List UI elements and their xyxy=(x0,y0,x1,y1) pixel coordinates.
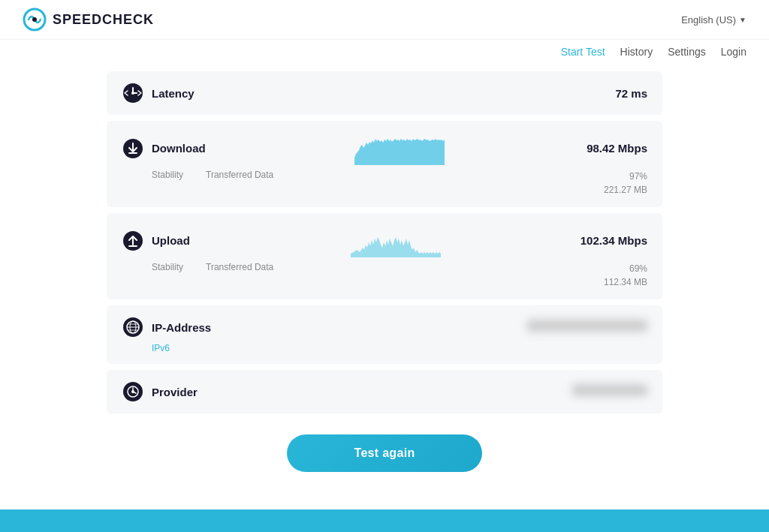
upload-icon xyxy=(122,230,144,252)
upload-chart-area xyxy=(227,224,565,257)
logo: SPEEDCHECK xyxy=(23,8,154,32)
download-chart xyxy=(354,131,445,165)
svg-point-3 xyxy=(131,92,134,95)
ip-icon xyxy=(122,316,144,338)
provider-section: Provider xyxy=(107,370,662,413)
provider-value-blurred xyxy=(572,384,647,399)
main-content: Latency 72 ms Download 98 xyxy=(92,64,677,509)
provider-label: Provider xyxy=(152,386,198,398)
test-again-button[interactable]: Test again xyxy=(287,434,483,472)
ipv6-label: IPv6 xyxy=(152,343,170,353)
upload-stability-value: 69% xyxy=(604,262,647,275)
upload-label: Upload xyxy=(152,234,190,247)
nav-login[interactable]: Login xyxy=(721,46,746,58)
download-sub-values: 97% 221.27 MB xyxy=(604,170,647,197)
lang-selector[interactable]: English (US) ▼ xyxy=(681,14,746,26)
ip-section: IP-Address IPv6 xyxy=(107,305,662,364)
upload-sub-values: 69% 112.34 MB xyxy=(604,262,647,289)
download-icon xyxy=(122,137,144,160)
upload-section: Upload 102.34 Mbps Stability Transferred… xyxy=(107,213,662,299)
upload-chart xyxy=(351,224,441,257)
chevron-down-icon: ▼ xyxy=(739,16,746,24)
download-stability-value: 97% xyxy=(604,170,647,183)
footer-banner: INTERNET SPEED TEST The Ultimate Guide xyxy=(0,509,769,532)
download-value: 98.42 Mbps xyxy=(587,142,647,155)
download-stability-label: Stability xyxy=(152,170,183,197)
latency-section: Latency 72 ms xyxy=(107,71,662,115)
nav: Start Test History Settings Login xyxy=(0,40,769,64)
nav-settings[interactable]: Settings xyxy=(668,46,706,58)
latency-label: Latency xyxy=(152,87,195,100)
nav-history[interactable]: History xyxy=(620,46,653,58)
upload-transferred-value: 112.34 MB xyxy=(604,275,647,289)
download-transferred-label: Transferred Data xyxy=(206,170,273,197)
nav-start-test[interactable]: Start Test xyxy=(561,46,605,58)
logo-icon xyxy=(23,8,47,32)
download-label: Download xyxy=(152,142,206,155)
test-again-wrap: Test again xyxy=(107,419,662,487)
lang-label: English (US) xyxy=(681,14,736,26)
upload-value: 102.34 Mbps xyxy=(581,234,647,247)
download-section: Download 98.42 Mbps Stability Transferre… xyxy=(107,121,662,207)
download-transferred-value: 221.27 MB xyxy=(604,183,647,197)
upload-stability-label: Stability xyxy=(152,262,183,289)
latency-icon xyxy=(122,82,144,104)
latency-value: 72 ms xyxy=(615,87,647,100)
svg-point-1 xyxy=(32,17,37,22)
logo-text: SPEEDCHECK xyxy=(53,12,154,28)
ip-label: IP-Address xyxy=(152,321,211,334)
upload-transferred-label: Transferred Data xyxy=(206,262,273,289)
provider-icon xyxy=(122,380,144,403)
ip-value-blurred xyxy=(527,320,647,335)
header: SPEEDCHECK English (US) ▼ xyxy=(0,0,769,40)
download-chart-area xyxy=(227,131,571,165)
